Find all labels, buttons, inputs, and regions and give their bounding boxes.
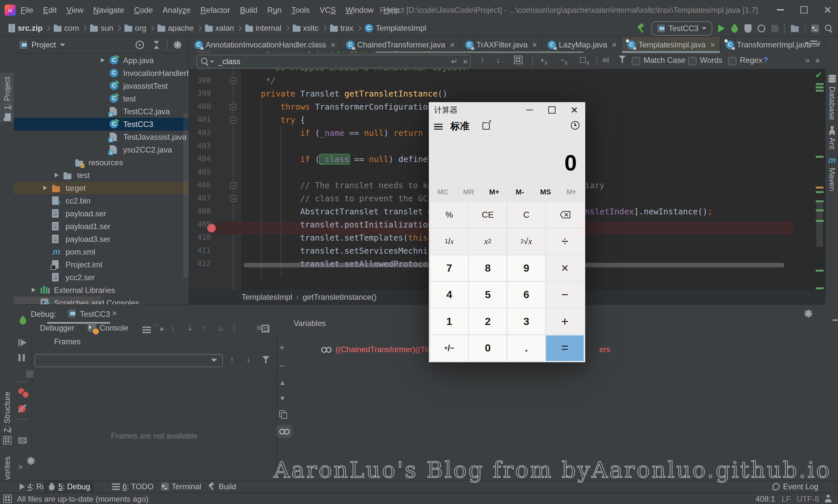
- calc-key-+/−[interactable]: +/−: [430, 336, 468, 361]
- expand-arrow-icon[interactable]: [101, 58, 105, 62]
- calc-key-5[interactable]: 5: [469, 282, 507, 308]
- calc-history-icon[interactable]: [571, 121, 580, 130]
- expand-arrow-icon[interactable]: [43, 185, 47, 190]
- select-all-occurrences-icon[interactable]: [514, 56, 522, 66]
- remove-watch-icon[interactable]: −: [279, 361, 284, 371]
- build-hammer-icon[interactable]: [636, 24, 645, 33]
- fold-marker[interactable]: –: [230, 195, 236, 202]
- menu-item-view[interactable]: View: [61, 5, 88, 15]
- next-occurrence-icon[interactable]: ↓: [496, 56, 500, 65]
- tree-item-test[interactable]: test: [14, 169, 189, 182]
- code-line-402[interactable]: if (_name == null) return null;: [241, 127, 452, 140]
- tool-tab-project-label[interactable]: 1: Project: [3, 74, 12, 124]
- tree-item-yso2cc2-java[interactable]: yso2CC2.java: [14, 143, 189, 156]
- calc-key-1[interactable]: 1: [430, 309, 468, 334]
- calc-key-9[interactable]: 9: [508, 255, 545, 281]
- coverage-icon[interactable]: [744, 24, 752, 33]
- breadcrumb-item-xsltc[interactable]: xsltc: [293, 23, 319, 33]
- regex-label[interactable]: Regex: [740, 56, 762, 65]
- code-line-398[interactable]: */: [241, 74, 275, 87]
- move-up-icon[interactable]: ▲: [279, 379, 286, 386]
- calc-close-button[interactable]: [563, 102, 585, 118]
- filter-icon[interactable]: [619, 56, 626, 65]
- calc-key-6[interactable]: 6: [508, 282, 545, 308]
- profile-icon[interactable]: [825, 494, 832, 502]
- tool-tab-database[interactable]: Database: [827, 75, 837, 112]
- collapse-all-icon[interactable]: [153, 41, 160, 49]
- prev-occurrence-icon[interactable]: ↑: [481, 56, 484, 65]
- search-everywhere-icon[interactable]: [825, 24, 833, 32]
- breadcrumb-item-sun[interactable]: sun: [90, 23, 113, 33]
- fold-marker[interactable]: –: [230, 182, 236, 189]
- tree-item-app-java[interactable]: CApp.java: [14, 54, 189, 67]
- multiline-icon[interactable]: ≡I: [602, 56, 609, 65]
- tool-tab-ant[interactable]: Ant: [827, 126, 837, 150]
- tree-item-cc2-bin[interactable]: cc2.bin: [14, 194, 189, 207]
- select-occurrences-icon[interactable]: ☐II: [580, 56, 589, 66]
- calc-key-7[interactable]: 7: [430, 255, 468, 281]
- frames-filter-icon[interactable]: [262, 356, 269, 365]
- gear-icon[interactable]: [174, 41, 181, 49]
- toolwindow-button-terminal[interactable]: Terminal: [157, 481, 205, 492]
- tree-item-scratches-and-consoles[interactable]: Scratches and Consoles: [14, 296, 102, 304]
- run-anything-icon[interactable]: [811, 24, 819, 32]
- toolwindow-switcher-icon[interactable]: [3, 494, 12, 503]
- debug-settings-gear-icon[interactable]: [804, 310, 812, 318]
- breadcrumb-item-src.zip[interactable]: src.zip: [8, 23, 42, 33]
- run-icon[interactable]: [718, 24, 725, 32]
- tree-item-javassisttest[interactable]: CjavassistTest: [14, 79, 189, 92]
- debug-tab-label[interactable]: TestCC3: [80, 310, 110, 319]
- event-log-button[interactable]: Event Log: [772, 482, 818, 491]
- toolwindow-button-5debug[interactable]: 5: Debug: [44, 481, 94, 492]
- move-down-icon[interactable]: ▼: [279, 395, 286, 402]
- debug-mute-icon[interactable]: [18, 404, 28, 414]
- breadcrumb-item-TemplatesImpl[interactable]: CTemplatesImpl: [365, 23, 427, 33]
- debug-pause-icon[interactable]: [18, 354, 25, 363]
- words-label[interactable]: Words: [700, 56, 723, 65]
- debug-camera-icon[interactable]: [18, 437, 27, 444]
- breadcrumb-item-com[interactable]: com: [54, 23, 79, 33]
- menu-item-window[interactable]: Window: [341, 5, 378, 15]
- tree-vertical-scrollbar[interactable]: [183, 112, 189, 278]
- memory-M▾[interactable]: M▾: [558, 188, 584, 196]
- calc-key-+[interactable]: +: [546, 309, 584, 334]
- match-case-label[interactable]: Match Case: [644, 56, 685, 65]
- tree-item-payload-ser[interactable]: payload.ser: [14, 207, 189, 220]
- code-line-401[interactable]: try {: [241, 113, 305, 127]
- words-checkbox[interactable]: [688, 57, 697, 66]
- memory-MC[interactable]: MC: [430, 188, 456, 196]
- calc-key-×[interactable]: ×: [546, 255, 584, 281]
- calc-key-3[interactable]: 3: [508, 309, 545, 334]
- minimize-button[interactable]: [770, 0, 790, 20]
- stop-icon[interactable]: [771, 25, 779, 32]
- hamburger-icon[interactable]: [142, 327, 151, 333]
- search-history-chevron-icon[interactable]: [210, 60, 214, 63]
- file-encoding[interactable]: UTF-8: [797, 494, 819, 504]
- tree-item-testjavassist-java[interactable]: TestJavassist.java: [14, 130, 189, 143]
- calc-key-C[interactable]: C: [508, 202, 545, 228]
- menu-item-code[interactable]: Code: [129, 5, 158, 15]
- maximize-button[interactable]: [794, 0, 814, 20]
- tree-item-payload3-ser[interactable]: payload3.ser: [14, 233, 189, 246]
- newline-icon[interactable]: ↵: [451, 57, 458, 66]
- tree-item-invocationhandlerexample[interactable]: CInvocationHandlerExample: [14, 67, 189, 79]
- regex-checkbox[interactable]: [728, 57, 736, 66]
- evaluate-expression-icon[interactable]: [262, 325, 269, 332]
- line-separator[interactable]: LF: [782, 494, 791, 504]
- tab-debugger[interactable]: Debugger: [40, 323, 74, 332]
- calc-key-.[interactable]: .: [508, 336, 545, 361]
- hide-debug-icon[interactable]: [833, 320, 838, 321]
- tab-console[interactable]: Console: [100, 323, 128, 332]
- calculator-title[interactable]: 计算器: [434, 102, 458, 118]
- menu-item-refactor[interactable]: Refactor: [195, 5, 235, 15]
- add-occurrence-icon[interactable]: +II: [540, 56, 547, 66]
- breadcrumb-item-internal[interactable]: internal: [245, 23, 282, 33]
- memory-M-[interactable]: M-: [507, 188, 533, 196]
- editor-tab-templatesimpl-java[interactable]: CTemplatesImpl.java×: [622, 37, 720, 53]
- menu-item-edit[interactable]: Edit: [38, 5, 61, 15]
- search-field[interactable]: _class ↵ ×: [196, 55, 471, 68]
- tree-item-testcc3[interactable]: CTestCC3: [14, 118, 189, 130]
- calc-key-=[interactable]: =: [546, 336, 584, 361]
- more-options-icon[interactable]: »: [805, 56, 809, 65]
- chevron-down-icon[interactable]: [60, 43, 65, 47]
